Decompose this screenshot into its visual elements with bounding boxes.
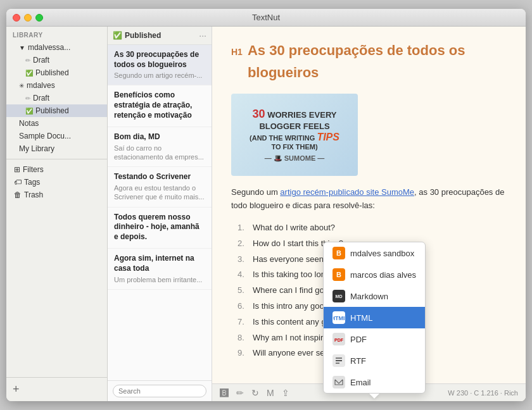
- svg-text:HTML: HTML: [333, 315, 345, 321]
- doc-item-3[interactable]: Testando o Scrivener Agora eu estou test…: [108, 167, 212, 207]
- dropdown-menu: B mdalves sandbox B marcos dias alves MD…: [323, 242, 426, 394]
- dropdown-item-markdown[interactable]: MD Markdown: [324, 285, 425, 307]
- list-item: 1. What do I write about?: [238, 220, 507, 236]
- dropdown-item-pdf[interactable]: PDF PDF: [324, 328, 425, 350]
- doc-item-0[interactable]: As 30 preocupações de todos os blogueiro…: [108, 45, 212, 85]
- middle-panel: ✅ Published ··· As 30 preocupações de to…: [108, 27, 212, 401]
- blogger-icon: B: [332, 268, 345, 281]
- sidebar-item-label: Sample Docu...: [19, 132, 71, 140]
- middle-header: ✅ Published ···: [108, 27, 212, 45]
- doc-title: As 30 preocupações de todos os blogueiro…: [114, 50, 205, 70]
- dropdown-item-marcos-dias-alves[interactable]: B marcos dias alves: [324, 264, 425, 285]
- search-input[interactable]: [113, 385, 206, 397]
- dropdown-item-label: PDF: [350, 335, 367, 344]
- doc-title: Benefícios como estratégia de atração, r…: [114, 90, 205, 120]
- doc-item-1[interactable]: Benefícios como estratégia de atração, r…: [108, 85, 212, 127]
- sidebar-item-label: Draft: [33, 56, 49, 65]
- share-icon[interactable]: ⇪: [282, 388, 289, 398]
- middle-header-title: ✅ Published: [113, 31, 161, 40]
- dropdown-item-label: HTML: [350, 313, 372, 323]
- filters-icon: ⊞: [14, 165, 20, 174]
- dropdown-item-rtf[interactable]: RTF: [324, 350, 425, 371]
- doc-item-4[interactable]: Todos querem nosso dinheiro - hoje, aman…: [108, 208, 212, 249]
- titlebar: TextNut: [6, 9, 526, 27]
- markdown-icon: MD: [332, 290, 345, 302]
- refresh-icon[interactable]: ↻: [251, 388, 259, 398]
- sidebar-item-trash[interactable]: 🗑 Trash: [6, 189, 107, 201]
- sidebar-item-filters[interactable]: ⊞ Filters: [6, 163, 107, 176]
- sidebar-item-label: Published: [35, 106, 69, 115]
- main-area: LIBRARY ▼ mdalvessa... ✏ Draft ✅ Publish…: [6, 27, 526, 401]
- dropdown-item-label: marcos dias alves: [350, 270, 416, 280]
- dropdown-item-html[interactable]: HTML HTML: [324, 307, 425, 328]
- doc-title: Bom dia, MD: [114, 132, 205, 142]
- tags-label: Tags: [24, 178, 40, 187]
- app-window: TextNut LIBRARY ▼ mdalvessa... ✏ Draft ✅…: [6, 9, 526, 401]
- blogger-icon: B: [332, 247, 345, 259]
- dropdown-item-label: Markdown: [350, 292, 388, 301]
- sidebar-divider: [6, 159, 107, 159]
- collapse-icon: ▼: [19, 44, 25, 51]
- published-icon: ✅: [25, 108, 33, 115]
- article-link[interactable]: artigo recém-publicado site SumoMe: [280, 187, 414, 197]
- dropdown-item-mdalves-sandbox[interactable]: B mdalves sandbox: [324, 242, 425, 264]
- pdf-icon: PDF: [332, 333, 345, 345]
- email-icon: [332, 376, 345, 388]
- sun-icon: ✳: [19, 82, 24, 89]
- dropdown-item-email[interactable]: Email: [324, 371, 425, 393]
- svg-text:MD: MD: [336, 294, 343, 299]
- blog-image: 30 Worries Every BLOGGER FEELS (AND THE …: [231, 94, 358, 176]
- close-button[interactable]: [13, 14, 20, 22]
- draft-icon: ✏: [25, 57, 30, 64]
- sidebar-item-draft1[interactable]: ✏ Draft: [6, 54, 107, 66]
- minimize-button[interactable]: [24, 14, 32, 22]
- sidebar-item-label: My Library: [19, 144, 54, 153]
- markdown-footer-icon[interactable]: M: [267, 388, 274, 398]
- sidebar-item-label: mdalvessa...: [28, 43, 70, 52]
- h1-label: H1: [231, 45, 243, 59]
- library-section-title: LIBRARY: [6, 27, 107, 41]
- doc-item-2[interactable]: Bom dia, MD Saí do carro no estacionamen…: [108, 127, 212, 167]
- sidebar-item-draft2[interactable]: ✏ Draft: [6, 92, 107, 104]
- sidebar-footer: +: [6, 377, 107, 401]
- sidebar-item-published2[interactable]: ✅ Published: [6, 104, 107, 117]
- doc-preview: Agora eu estou testando o Scrivener que …: [114, 183, 205, 202]
- sidebar-item-label: Notas: [19, 119, 39, 128]
- trash-label: Trash: [24, 190, 43, 199]
- sidebar-item-label: Published: [35, 68, 69, 77]
- doc-title: Todos querem nosso dinheiro - hoje, aman…: [114, 213, 205, 242]
- doc-preview: Segundo um artigo recém-...: [114, 71, 205, 80]
- add-button[interactable]: +: [6, 380, 107, 399]
- h1-text: As 30 preocupações de todos os blogueiro…: [248, 39, 507, 84]
- sumo-line: — 🎩 SumoMe —: [250, 154, 339, 163]
- dropdown-item-label: RTF: [350, 356, 366, 366]
- more-options-button[interactable]: ···: [199, 30, 206, 40]
- sidebar-item-mdalvessa[interactable]: ▼ mdalvessa...: [6, 41, 107, 54]
- editor-heading: H1 As 30 preocupações de todos os blogue…: [231, 39, 507, 84]
- sidebar-item-mylibrary[interactable]: My Library: [6, 142, 107, 155]
- export-dropdown: B mdalves sandbox B marcos dias alves MD…: [323, 242, 426, 394]
- doc-title: Agora sim, internet na casa toda: [114, 254, 205, 273]
- doc-preview: Um problema bem irritante...: [114, 275, 205, 284]
- sidebar-item-sampledoc[interactable]: Sample Docu...: [6, 130, 107, 142]
- blogger-footer-icon[interactable]: 🅱: [220, 388, 229, 398]
- sidebar-item-mdalves[interactable]: ✳ mdalves: [6, 79, 107, 92]
- maximize-button[interactable]: [35, 14, 43, 22]
- window-title: TextNut: [252, 13, 280, 22]
- doc-item-5[interactable]: Agora sim, internet na casa toda Um prob…: [108, 249, 212, 289]
- dropdown-item-label: Email: [350, 378, 371, 387]
- sidebar-item-tags[interactable]: 🏷 Tags: [6, 176, 107, 189]
- filters-label: Filters: [23, 165, 44, 174]
- sidebar-item-label: mdalves: [27, 81, 55, 90]
- sidebar: LIBRARY ▼ mdalvessa... ✏ Draft ✅ Publish…: [6, 27, 108, 401]
- middle-footer: [108, 380, 212, 401]
- edit-icon[interactable]: ✏: [236, 388, 244, 398]
- svg-text:PDF: PDF: [334, 338, 344, 342]
- footer-icons: 🅱 ✏ ↻ M ⇪: [220, 388, 289, 398]
- sidebar-item-notas[interactable]: Notas: [6, 117, 107, 130]
- dropdown-item-label: mdalves sandbox: [350, 249, 414, 258]
- traffic-lights: [13, 14, 43, 22]
- html-icon: HTML: [332, 311, 345, 324]
- sidebar-item-published1[interactable]: ✅ Published: [6, 66, 107, 79]
- published-icon: ✅: [25, 70, 33, 77]
